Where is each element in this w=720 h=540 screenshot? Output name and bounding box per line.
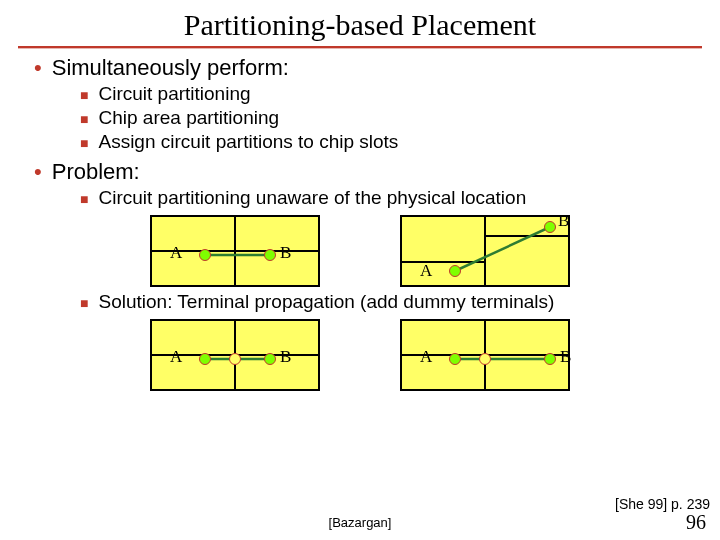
bullet-square-icon: ■ — [80, 136, 88, 150]
chip-hline — [152, 354, 235, 356]
bullet-text: Problem: — [52, 159, 140, 185]
node-a — [199, 249, 211, 261]
node-b — [544, 221, 556, 233]
page-number: 96 — [686, 511, 706, 534]
chip-left-solution: A B — [150, 319, 320, 391]
label-b: B — [280, 347, 291, 367]
label-a: A — [420, 347, 432, 367]
chip-hline — [235, 250, 318, 252]
node-b — [264, 249, 276, 261]
chip-left-problem: A B — [150, 215, 320, 287]
citation: [She 99] p. 239 — [615, 496, 710, 512]
label-b: B — [558, 211, 569, 231]
bullet-square-icon: ■ — [80, 296, 88, 310]
node-b — [544, 353, 556, 365]
subbullet-text: Assign circuit partitions to chip slots — [98, 131, 398, 153]
bullet-dot-icon: • — [34, 161, 42, 183]
label-a: A — [170, 243, 182, 263]
subbullet-text: Chip area partitioning — [98, 107, 279, 129]
label-b: B — [560, 347, 571, 367]
bullet-square-icon: ■ — [80, 88, 88, 102]
chip-hline — [485, 235, 568, 237]
bullet-dot-icon: • — [34, 57, 42, 79]
chip-hline — [402, 354, 485, 356]
dummy-terminal — [229, 353, 241, 365]
chip-right-solution: A B — [400, 319, 570, 391]
chip-hline — [485, 354, 568, 356]
node-a — [449, 353, 461, 365]
dummy-terminal — [479, 353, 491, 365]
label-a: A — [170, 347, 182, 367]
chip-hline — [235, 354, 318, 356]
subbullet-unaware: ■ Circuit partitioning unaware of the ph… — [20, 187, 700, 209]
subbullet-text: Circuit partitioning unaware of the phys… — [98, 187, 526, 209]
label-a: A — [420, 261, 432, 281]
chip-vline — [484, 217, 486, 285]
title-underline — [18, 46, 702, 49]
chip-hline — [152, 250, 235, 252]
chip-right-problem: A B — [400, 215, 570, 287]
subbullet-text: Solution: Terminal propagation (add dumm… — [98, 291, 554, 313]
diagram-row-solution: A B A B — [20, 319, 700, 391]
node-a — [449, 265, 461, 277]
footer-author: [Bazargan] — [329, 515, 392, 530]
bullet-square-icon: ■ — [80, 112, 88, 126]
subbullet-chip-area: ■ Chip area partitioning — [20, 107, 700, 129]
subbullet-text: Circuit partitioning — [98, 83, 250, 105]
subbullet-solution: ■ Solution: Terminal propagation (add du… — [20, 291, 700, 313]
content-area: • Simultaneously perform: ■ Circuit part… — [0, 55, 720, 391]
node-a — [199, 353, 211, 365]
subbullet-circuit-partitioning: ■ Circuit partitioning — [20, 83, 700, 105]
bullet-text: Simultaneously perform: — [52, 55, 289, 81]
slide-title: Partitioning-based Placement — [0, 0, 720, 46]
label-b: B — [280, 243, 291, 263]
diagram-row-problem: A B A B — [20, 215, 700, 287]
node-b — [264, 353, 276, 365]
subbullet-assign: ■ Assign circuit partitions to chip slot… — [20, 131, 700, 153]
bullet-simultaneously: • Simultaneously perform: — [20, 55, 700, 81]
bullet-square-icon: ■ — [80, 192, 88, 206]
bullet-problem: • Problem: — [20, 159, 700, 185]
chip-hline — [402, 261, 485, 263]
